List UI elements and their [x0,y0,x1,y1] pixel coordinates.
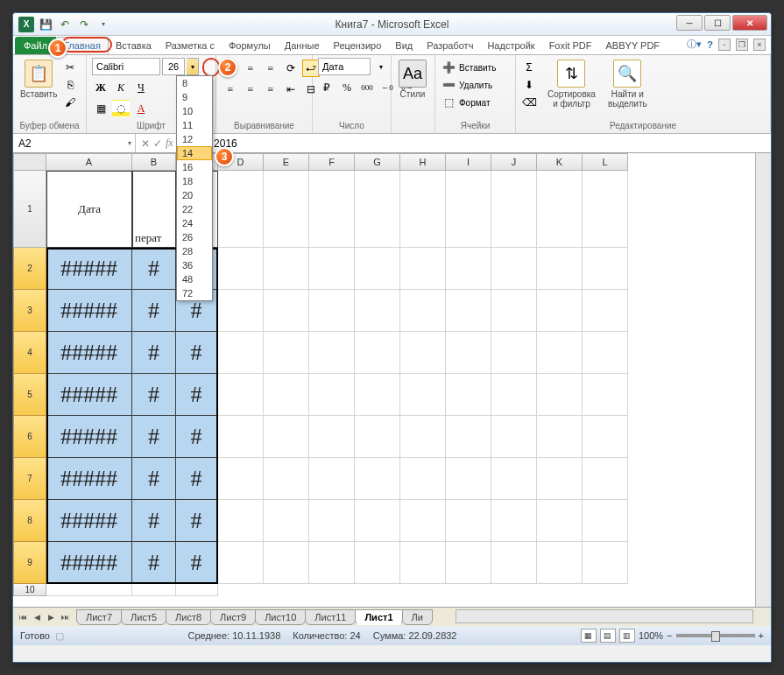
cell[interactable]: ##### [46,458,132,500]
cell[interactable]: # [132,332,176,374]
cell[interactable] [309,332,355,374]
save-icon[interactable]: 💾 [38,17,53,32]
maximize-button[interactable]: ☐ [704,15,731,31]
minimize-button[interactable]: ─ [676,15,703,31]
cell[interactable] [537,332,583,374]
cell[interactable] [355,500,400,542]
cell[interactable] [583,290,628,332]
size-option[interactable]: 8 [177,76,212,90]
cell[interactable] [218,290,264,332]
cell[interactable] [491,458,537,500]
size-option[interactable]: 36 [177,258,212,272]
cell[interactable] [537,290,583,332]
comma-icon[interactable]: 000 [358,79,376,96]
clear-icon[interactable]: ⌫ [521,95,537,110]
row-header[interactable]: 9 [13,542,46,584]
cell[interactable] [218,171,264,248]
row-header[interactable]: 5 [13,374,46,416]
col-header[interactable]: F [309,153,355,171]
cell[interactable] [491,171,537,248]
cell[interactable]: ##### [46,248,132,290]
size-option[interactable]: 72 [177,286,212,300]
qat-more-icon[interactable]: ▾ [95,17,111,32]
cell[interactable] [264,248,309,290]
cell[interactable] [132,584,176,596]
size-option[interactable]: 12 [177,132,212,146]
cell[interactable] [264,171,309,248]
cell[interactable] [400,374,446,416]
cell[interactable] [446,542,491,584]
workbook-restore-button[interactable]: ❐ [736,39,748,51]
undo-icon[interactable]: ↶ [57,17,73,32]
size-option[interactable]: 10 [177,104,212,118]
cell[interactable]: # [132,374,176,416]
align-bottom-icon[interactable]: ≡ [262,60,279,77]
align-left-icon[interactable]: ≡ [222,81,239,98]
italic-icon[interactable]: К [112,79,130,96]
sheet-tab[interactable]: Ли [402,609,433,625]
font-color-icon[interactable]: А [132,100,150,117]
sheet-nav-next-icon[interactable]: ▶ [45,611,57,623]
cell[interactable] [218,542,264,584]
orientation-icon[interactable]: ⟳ [282,60,300,77]
cell[interactable]: перат [132,171,176,248]
cell[interactable]: # [132,500,176,542]
tab-formulas[interactable]: Формулы [222,37,278,54]
cell[interactable] [309,500,355,542]
cell[interactable] [446,500,491,542]
cell[interactable] [400,248,446,290]
find-select-button[interactable]: 🔍 Найти и выделить [606,58,649,110]
col-header[interactable]: L [583,153,628,171]
row-header[interactable]: 6 [13,416,46,458]
styles-button[interactable]: Aa Стили [397,58,428,101]
cell[interactable] [400,332,446,374]
cell[interactable] [46,584,132,596]
align-right-icon[interactable]: ≡ [262,81,279,98]
cell[interactable] [583,171,628,248]
tab-view[interactable]: Вид [388,37,420,54]
size-option[interactable]: 22 [177,202,212,216]
help-icon[interactable]: ? [707,39,713,50]
cell[interactable] [309,542,355,584]
sheet-nav-prev-icon[interactable]: ◀ [31,611,43,623]
insert-cells-label[interactable]: Вставить [459,63,496,73]
cell[interactable] [309,248,355,290]
select-all-corner[interactable] [13,153,46,171]
cell[interactable] [355,458,400,500]
cell[interactable] [491,290,537,332]
cell[interactable] [309,374,355,416]
cell[interactable] [355,290,400,332]
zoom-in-icon[interactable]: + [759,630,764,641]
cell[interactable] [400,500,446,542]
cell[interactable] [218,416,264,458]
row-header[interactable]: 1 [13,171,46,248]
sheet-tab[interactable]: Лист10 [255,609,306,625]
cell[interactable] [309,290,355,332]
cell[interactable]: # [176,332,218,374]
tab-layout[interactable]: Разметка с [159,37,222,54]
cell[interactable]: # [132,416,176,458]
horizontal-scrollbar[interactable] [456,609,753,623]
zoom-slider[interactable] [676,634,755,637]
fill-icon[interactable]: ⬇ [521,77,537,93]
row-header[interactable]: 8 [13,500,46,542]
cell[interactable]: # [132,542,176,584]
cell[interactable] [264,500,309,542]
cell[interactable] [537,458,583,500]
insert-cells-icon[interactable]: ➕ [441,60,456,75]
col-header[interactable]: H [400,153,446,171]
cell[interactable] [446,332,491,374]
cell[interactable] [264,374,309,416]
cell[interactable] [446,416,491,458]
sheet-tab[interactable]: Лист9 [210,609,256,625]
cell[interactable] [491,500,537,542]
cell[interactable] [491,542,537,584]
cell[interactable] [583,500,628,542]
accept-formula-icon[interactable]: ✓ [153,137,162,150]
size-option[interactable]: 20 [177,188,212,202]
zoom-out-icon[interactable]: − [667,630,672,641]
delete-cells-label[interactable]: Удалить [459,81,492,90]
number-format-dropdown-icon[interactable]: ▾ [372,58,390,75]
size-option[interactable]: 18 [177,174,212,188]
cell[interactable] [537,500,583,542]
